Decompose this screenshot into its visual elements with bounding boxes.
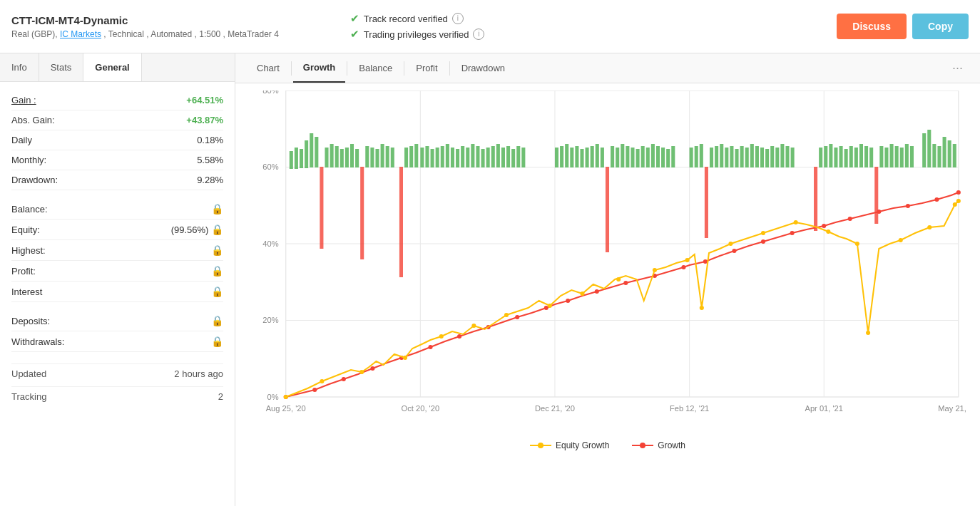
chart-tabs-nav: Chart Growth Balance Profit Drawdown ··· (235, 53, 980, 83)
drawdown-label: Drawdown: (11, 175, 58, 185)
left-panel: Info Stats General Gain : +64.51% Abs. G… (0, 53, 235, 506)
equity-value: (99.56%) 🔒 (171, 224, 223, 235)
svg-rect-86 (641, 146, 645, 167)
svg-rect-95 (700, 144, 703, 167)
svg-point-147 (457, 334, 461, 339)
svg-rect-65 (506, 146, 510, 167)
svg-rect-42 (386, 146, 389, 167)
svg-rect-114 (814, 167, 817, 231)
main-content: Info Stats General Gain : +64.51% Abs. G… (0, 53, 980, 506)
trading-privileges-info-icon[interactable]: i (473, 29, 484, 40)
profit-row: Profit: 🔒 (11, 261, 223, 282)
svg-rect-36 (355, 149, 359, 167)
svg-point-158 (761, 239, 765, 244)
svg-rect-124 (864, 146, 868, 167)
svg-rect-68 (521, 148, 525, 167)
equity-row: Equity: (99.56%) 🔒 (11, 220, 223, 240)
svg-rect-137 (937, 146, 941, 167)
svg-rect-61 (486, 148, 490, 167)
chart-more-button[interactable]: ··· (946, 55, 969, 81)
svg-point-149 (515, 315, 519, 319)
withdrawals-label: Withdrawals: (11, 336, 64, 347)
svg-rect-87 (646, 148, 650, 167)
svg-rect-23 (290, 151, 293, 169)
chart-tab-profit[interactable]: Profit (406, 54, 447, 82)
profit-label: Profit: (11, 266, 36, 277)
svg-rect-120 (844, 149, 848, 167)
svg-rect-118 (834, 148, 837, 167)
copy-button[interactable]: Copy (912, 14, 969, 39)
svg-rect-37 (360, 167, 364, 259)
svg-rect-81 (616, 148, 619, 167)
track-record-verified: ✔ Track record verified i (350, 12, 837, 25)
svg-rect-130 (895, 146, 899, 167)
ic-markets-link[interactable]: IC Markets (60, 29, 101, 39)
svg-rect-107 (760, 148, 764, 167)
svg-point-163 (906, 204, 910, 208)
discuss-button[interactable]: Discuss (837, 14, 907, 39)
svg-point-173 (548, 304, 552, 308)
svg-rect-132 (905, 144, 909, 167)
svg-point-187 (953, 202, 957, 207)
svg-rect-74 (580, 149, 583, 167)
tracking-value: 2 (218, 391, 223, 402)
chart-tab-growth[interactable]: Growth (293, 53, 346, 83)
svg-rect-71 (565, 144, 568, 167)
svg-rect-38 (365, 146, 369, 167)
tab-separator-1 (291, 61, 292, 76)
balance-lock-icon: 🔒 (211, 203, 223, 215)
svg-point-174 (580, 291, 584, 296)
chart-tab-balance[interactable]: Balance (349, 54, 402, 82)
svg-rect-31 (330, 144, 334, 167)
svg-point-144 (370, 366, 374, 371)
gain-label[interactable]: Gain : (11, 95, 36, 105)
svg-rect-127 (879, 146, 883, 167)
chart-tab-drawdown[interactable]: Drawdown (451, 54, 515, 82)
track-record-info-icon[interactable]: i (452, 13, 464, 24)
svg-point-172 (504, 313, 509, 317)
svg-point-190 (538, 443, 543, 448)
svg-point-166 (284, 395, 288, 399)
svg-rect-102 (735, 149, 738, 167)
svg-rect-113 (791, 148, 795, 167)
svg-point-161 (848, 217, 852, 221)
highest-label: Highest: (11, 245, 46, 256)
svg-text:40%: 40% (262, 239, 278, 248)
drawdown-row: Drawdown: 9.28% (11, 170, 223, 190)
svg-rect-92 (671, 146, 675, 167)
chart-legend: Equity Growth Growth (250, 435, 966, 453)
svg-rect-24 (295, 148, 298, 169)
updated-label: Updated (11, 368, 46, 379)
tab-info[interactable]: Info (0, 53, 39, 81)
svg-point-181 (794, 220, 798, 224)
svg-point-182 (826, 229, 830, 234)
daily-label: Daily (11, 135, 32, 145)
svg-rect-32 (335, 146, 339, 167)
tab-general[interactable]: General (83, 53, 141, 81)
legend-equity-label: Equity Growth (556, 440, 609, 450)
equity-label: Equity: (11, 224, 40, 235)
svg-rect-73 (575, 146, 578, 167)
svg-point-192 (640, 443, 645, 448)
gain-value: +64.51% (186, 95, 223, 105)
svg-rect-105 (750, 144, 754, 167)
svg-rect-34 (345, 148, 349, 167)
svg-rect-67 (516, 146, 520, 167)
svg-text:Dec 21, '20: Dec 21, '20 (535, 404, 575, 413)
header: CTT-ICM-MT4-Dynamic Real (GBP), IC Marke… (0, 0, 980, 53)
highest-row: Highest: 🔒 (11, 240, 223, 261)
verified-section: ✔ Track record verified i ✔ Trading priv… (307, 12, 837, 41)
svg-rect-62 (491, 146, 495, 167)
svg-point-186 (927, 225, 931, 229)
chart-tab-chart[interactable]: Chart (247, 54, 290, 82)
svg-rect-72 (570, 148, 573, 167)
svg-rect-59 (476, 146, 479, 167)
svg-rect-82 (621, 144, 624, 167)
legend-growth: Growth (632, 440, 685, 450)
tab-stats[interactable]: Stats (39, 53, 84, 81)
svg-rect-27 (310, 133, 313, 167)
tracking-label: Tracking (11, 391, 46, 402)
svg-point-159 (790, 231, 795, 235)
svg-point-180 (761, 231, 765, 235)
svg-rect-70 (560, 146, 563, 167)
